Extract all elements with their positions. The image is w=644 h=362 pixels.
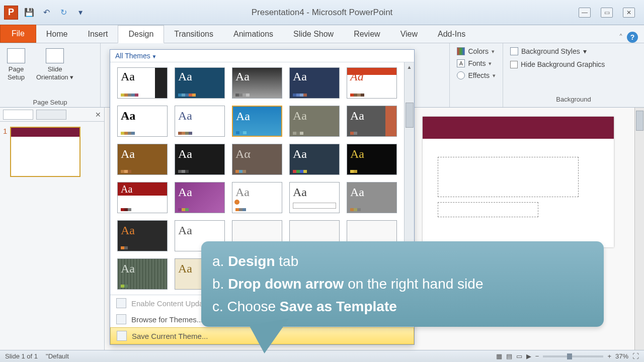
maximize-button[interactable]: ▭ [601, 8, 613, 18]
outline-tab[interactable] [36, 110, 66, 120]
effects-button[interactable]: Effects [457, 71, 496, 79]
orientation-icon [46, 48, 64, 63]
tab-transitions[interactable]: Transitions [164, 26, 223, 43]
redo-icon[interactable]: ↻ [57, 7, 69, 19]
update-icon [116, 298, 126, 308]
instruction-callout: a. Design tab b. Drop down arrow on the … [201, 241, 604, 327]
fit-window-icon[interactable]: ⛶ [632, 352, 639, 360]
fonts-button[interactable]: AFonts [457, 59, 496, 67]
status-slide: Slide 1 of 1 [5, 352, 38, 360]
zoom-out-button[interactable]: − [535, 352, 539, 360]
theme-thumb[interactable]: Aa [347, 106, 397, 137]
theme-thumb[interactable]: Aa [117, 220, 168, 251]
theme-thumb[interactable]: Aa [117, 67, 168, 99]
status-theme: "Default [46, 352, 69, 360]
title-bar: P 💾 ↶ ↻ ▾ Presentation4 - Microsoft Powe… [0, 0, 644, 25]
zoom-level[interactable]: 37% [615, 352, 628, 360]
slides-panel: ✕ 1 [0, 108, 105, 350]
theme-thumb[interactable]: Aa [175, 67, 225, 99]
help-button[interactable]: ? [627, 32, 638, 43]
zoom-slider[interactable] [543, 355, 603, 357]
app-icon: P [4, 6, 18, 20]
theme-thumb[interactable]: Aa [117, 144, 168, 175]
theme-thumb[interactable]: Aa [289, 67, 340, 99]
group-label-background: Background [510, 96, 637, 103]
checkbox-icon [510, 61, 518, 68]
qat-more-icon[interactable]: ▾ [74, 7, 87, 19]
slide-orientation-button[interactable]: Slide Orientation ▾ [34, 46, 75, 98]
theme-thumb[interactable]: Aa [347, 144, 397, 175]
browse-icon [116, 314, 126, 324]
theme-thumb[interactable]: Aa [289, 106, 340, 137]
theme-thumb[interactable]: Aa [232, 67, 282, 99]
theme-thumb[interactable]: Aa [289, 182, 340, 213]
page-setup-icon [7, 48, 25, 63]
ribbon-tabs: File Home Insert Design Transitions Anim… [0, 25, 644, 43]
gallery-header[interactable]: All Themes [110, 50, 414, 62]
tab-addins[interactable]: Add-Ins [428, 26, 475, 43]
undo-icon[interactable]: ↶ [40, 7, 52, 19]
minimize-button[interactable]: — [579, 8, 591, 18]
group-label-pagesetup: Page Setup [5, 99, 95, 106]
colors-button[interactable]: Colors [457, 47, 496, 55]
theme-thumb[interactable]: Aa [347, 182, 397, 213]
theme-thumb[interactable]: Aa [175, 106, 225, 137]
tab-insert[interactable]: Insert [77, 26, 118, 43]
slide-thumbnail-1[interactable]: 1 [0, 122, 104, 182]
tab-review[interactable]: Review [344, 26, 390, 43]
colors-icon [457, 47, 465, 55]
tab-view[interactable]: View [390, 26, 428, 43]
status-bar: Slide 1 of 1 "Default ▦ ▤ ▭ ▶ − + 37% ⛶ [0, 350, 644, 362]
scroll-up-icon[interactable]: ▲ [405, 62, 414, 71]
theme-thumb[interactable]: Aa [347, 67, 397, 99]
zoom-in-button[interactable]: + [607, 352, 611, 360]
theme-thumb[interactable]: Aa [232, 106, 282, 137]
theme-thumb[interactable]: Aa [175, 144, 225, 175]
slides-tab[interactable] [3, 110, 33, 120]
theme-thumb[interactable]: Aa [232, 182, 282, 213]
tab-slideshow[interactable]: Slide Show [283, 26, 344, 43]
close-button[interactable]: ✕ [623, 8, 635, 18]
tab-animations[interactable]: Animations [223, 26, 283, 43]
view-sorter-icon[interactable]: ▤ [506, 352, 512, 360]
view-normal-icon[interactable]: ▦ [496, 352, 502, 360]
background-group: Background Styles ▾ Hide Background Grap… [503, 43, 644, 107]
editor-scrollbar[interactable] [634, 108, 644, 350]
view-slideshow-icon[interactable]: ▶ [526, 352, 531, 360]
slide-canvas[interactable] [423, 117, 614, 247]
tab-design[interactable]: Design [118, 25, 164, 43]
theme-thumb[interactable]: Aa [175, 182, 225, 213]
fonts-icon: A [457, 59, 465, 67]
theme-thumb[interactable]: Aa [117, 258, 168, 290]
save-icon[interactable]: 💾 [23, 7, 35, 19]
collapse-ribbon-icon[interactable]: ˄ [619, 33, 623, 42]
hide-bg-checkbox[interactable]: Hide Background Graphics [510, 60, 637, 68]
tab-home[interactable]: Home [36, 26, 78, 43]
theme-thumb[interactable]: Aa [117, 182, 168, 213]
background-styles-button[interactable]: Background Styles ▾ [510, 47, 637, 55]
theme-thumb[interactable]: Aα [232, 144, 282, 175]
theme-thumb[interactable]: Aa [289, 144, 340, 175]
panel-close-icon[interactable]: ✕ [95, 111, 101, 119]
theme-thumb[interactable]: Aa [117, 106, 168, 137]
bg-styles-icon [510, 47, 518, 55]
tab-file[interactable]: File [0, 25, 36, 43]
view-reading-icon[interactable]: ▭ [516, 352, 522, 360]
window-title: Presentation4 - Microsoft PowerPoint [252, 8, 393, 18]
page-setup-button[interactable]: Page Setup [5, 46, 27, 98]
variants-group: Colors AFonts Effects [450, 43, 503, 107]
save-theme-icon [117, 331, 127, 341]
effects-icon [457, 71, 465, 79]
